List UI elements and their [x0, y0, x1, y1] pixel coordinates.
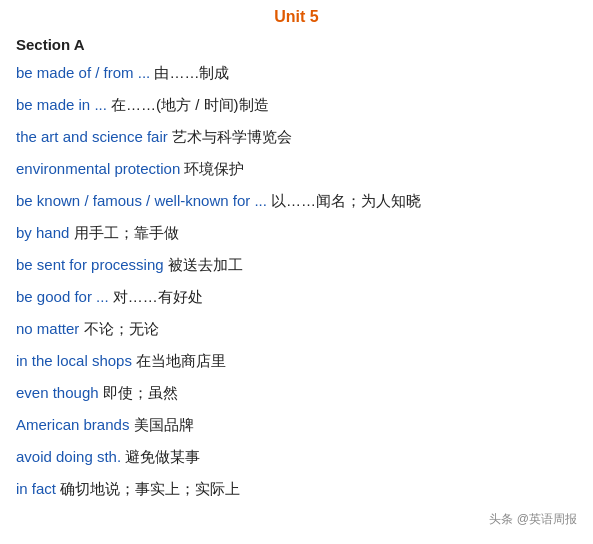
vocab-chinese: 艺术与科学博览会	[168, 128, 292, 145]
section-0: Section Abe made of / from ... 由……制成be m…	[16, 36, 577, 501]
footer: 头条 @英语周报	[16, 511, 577, 528]
vocab-chinese: 美国品牌	[129, 416, 193, 433]
vocab-english: avoid doing sth.	[16, 448, 121, 465]
list-item: in the local shops 在当地商店里	[16, 349, 577, 373]
list-item: even though 即使；虽然	[16, 381, 577, 405]
vocab-chinese: 被送去加工	[164, 256, 243, 273]
vocab-chinese: 用手工；靠手做	[69, 224, 178, 241]
vocab-english: be made of / from ...	[16, 64, 150, 81]
vocab-chinese: 由……制成	[150, 64, 229, 81]
list-item: the art and science fair 艺术与科学博览会	[16, 125, 577, 149]
list-item: environmental protection 环境保护	[16, 157, 577, 181]
vocab-list-0: be made of / from ... 由……制成be made in ..…	[16, 61, 577, 501]
list-item: be made of / from ... 由……制成	[16, 61, 577, 85]
vocab-english: the art and science fair	[16, 128, 168, 145]
vocab-english: be sent for processing	[16, 256, 164, 273]
vocab-english: environmental protection	[16, 160, 180, 177]
page-header: Unit 5	[16, 8, 577, 26]
vocab-chinese: 确切地说；事实上；实际上	[56, 480, 240, 497]
vocab-chinese: 即使；虽然	[99, 384, 178, 401]
vocab-chinese: 以……闻名；为人知晓	[267, 192, 421, 209]
page-title: Unit 5	[274, 8, 318, 25]
list-item: be made in ... 在……(地方 / 时间)制造	[16, 93, 577, 117]
vocab-english: American brands	[16, 416, 129, 433]
list-item: no matter 不论；无论	[16, 317, 577, 341]
vocab-chinese: 不论；无论	[79, 320, 158, 337]
vocab-chinese: 避免做某事	[121, 448, 200, 465]
list-item: in fact 确切地说；事实上；实际上	[16, 477, 577, 501]
vocab-english: be made in ...	[16, 96, 107, 113]
vocab-english: be good for ...	[16, 288, 109, 305]
section-label-0: Section A	[16, 36, 577, 53]
footer-text: 头条 @英语周报	[489, 512, 577, 526]
list-item: avoid doing sth. 避免做某事	[16, 445, 577, 469]
list-item: be good for ... 对……有好处	[16, 285, 577, 309]
list-item: American brands 美国品牌	[16, 413, 577, 437]
vocab-english: no matter	[16, 320, 79, 337]
list-item: be known / famous / well-known for ... 以…	[16, 189, 577, 213]
vocab-english: be known / famous / well-known for ...	[16, 192, 267, 209]
list-item: be sent for processing 被送去加工	[16, 253, 577, 277]
vocab-english: in the local shops	[16, 352, 132, 369]
vocab-chinese: 在……(地方 / 时间)制造	[107, 96, 269, 113]
vocab-english: in fact	[16, 480, 56, 497]
vocab-chinese: 在当地商店里	[132, 352, 226, 369]
list-item: by hand 用手工；靠手做	[16, 221, 577, 245]
vocab-english: by hand	[16, 224, 69, 241]
vocab-chinese: 环境保护	[180, 160, 244, 177]
vocab-english: even though	[16, 384, 99, 401]
vocab-chinese: 对……有好处	[109, 288, 203, 305]
